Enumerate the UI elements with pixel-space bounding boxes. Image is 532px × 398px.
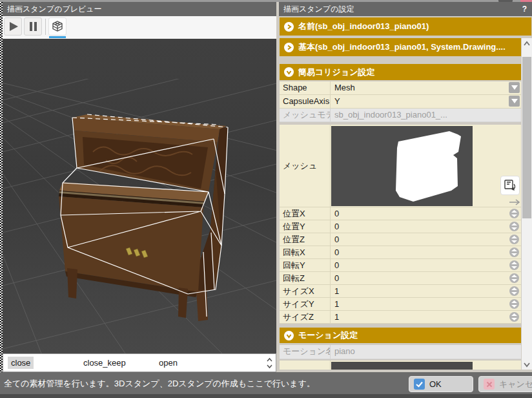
settings-panel-titlebar[interactable]: 描画スタンプの設定 ? [279, 2, 532, 16]
spinner-control[interactable] [509, 273, 519, 283]
row-capsule-axis-value[interactable]: Y [331, 95, 521, 108]
spinner-control[interactable] [509, 209, 519, 218]
expand-right-icon [284, 22, 294, 32]
settings-panel-title: 描画スタンプの設定 [283, 5, 354, 14]
spinner-control[interactable] [509, 222, 519, 231]
settings-scrollbar[interactable] [522, 38, 532, 370]
preview-panel-titlebar[interactable]: 描画スタンプのプレビュー [3, 2, 276, 16]
property-label: サイズY [280, 298, 331, 310]
row-motion-preview [280, 361, 521, 370]
spinner-arrows-icon [511, 262, 517, 269]
anim-item-close-keep[interactable]: close_keep [79, 358, 154, 368]
anim-item-open[interactable]: open [154, 358, 230, 368]
property-value-field[interactable]: 0 [331, 246, 521, 258]
anim-list-spinner[interactable] [266, 357, 273, 372]
mesh-next-arrow[interactable] [509, 196, 521, 207]
mesh-silhouette [331, 126, 473, 206]
row-mesh-model-value: sb_obj_indoor013_piano01_... [331, 109, 521, 121]
row-mesh-label: メッシュ [280, 125, 331, 207]
section-header-basic[interactable]: 基本(sb_obj_indoor013_piano01, System.Draw… [280, 38, 521, 56]
property-value-field[interactable]: 1 [331, 298, 521, 310]
property-label: 回転Y [280, 259, 331, 271]
section-header-collision[interactable]: 簡易コリジョン設定 [280, 64, 521, 80]
row-mesh: メッシュ [280, 125, 521, 207]
scrollbar-thumb[interactable] [522, 57, 531, 218]
motion-preview-canvas [331, 362, 473, 370]
viewport-3d[interactable] [3, 39, 276, 353]
property-value-field[interactable]: 1 [331, 311, 521, 323]
property-value-field[interactable]: 0 [331, 207, 521, 220]
row-mesh-model-label: メッシュモデル名 [280, 109, 331, 121]
app-window: 描画スタンプのプレビュー [0, 0, 532, 398]
preview-toolbar [3, 16, 276, 39]
collapse-down-icon [284, 331, 294, 340]
scroll-down-button[interactable] [522, 359, 532, 370]
ok-button[interactable]: OK [409, 376, 473, 392]
spinner-control[interactable] [509, 260, 519, 270]
spinner-arrows-icon [511, 236, 517, 243]
spinner-control[interactable] [509, 235, 519, 244]
play-icon [6, 19, 20, 34]
chevron-up-icon [523, 41, 531, 47]
property-label: 位置Y [280, 220, 331, 233]
spinner-arrows-icon [511, 275, 517, 282]
property-label: 位置Z [280, 233, 331, 246]
import-mesh-icon [503, 178, 517, 193]
shape-dropdown-button[interactable] [509, 82, 520, 93]
check-icon [414, 379, 425, 390]
expand-right-icon [284, 43, 294, 52]
chevron-down-icon [523, 362, 531, 368]
row-position-y: 位置Y 0 [280, 220, 521, 233]
spinner-control[interactable] [509, 299, 519, 309]
row-rotation-x: 回転X 0 [280, 246, 521, 259]
mesh-preview[interactable] [331, 126, 473, 206]
row-mesh-value [331, 125, 521, 207]
row-position-x: 位置X 0 [280, 207, 521, 220]
x-icon [484, 379, 495, 390]
animation-list: close close_keep open [3, 353, 276, 372]
capsule-axis-dropdown-button[interactable] [509, 96, 520, 107]
row-size-y: サイズY 1 [280, 298, 521, 311]
row-motion-preview-value [331, 361, 521, 370]
help-button[interactable]: ? [522, 2, 527, 16]
property-label: サイズX [280, 285, 331, 297]
anim-item-close[interactable]: close [3, 358, 79, 368]
property-value-field[interactable]: 0 [331, 259, 521, 271]
spinner-arrows-icon [511, 210, 517, 217]
property-value-field[interactable]: 1 [331, 285, 521, 297]
section-header-name[interactable]: 名前(sb_obj_indoor013_piano01) [280, 17, 531, 36]
row-motion-preview-label [280, 361, 331, 370]
row-shape: Shape Mesh [280, 81, 521, 95]
property-value-field[interactable]: 0 [331, 220, 521, 233]
mesh-import-button[interactable] [500, 176, 520, 195]
wireframe-toggle-button[interactable] [48, 17, 66, 36]
up-down-chevrons-icon [266, 357, 273, 370]
property-label: サイズZ [280, 311, 331, 323]
dropdown-arrow-icon [511, 85, 518, 90]
spinner-arrows-icon [511, 313, 517, 320]
property-value-field[interactable]: 0 [331, 233, 521, 246]
spinner-arrows-icon [511, 288, 517, 295]
row-shape-label: Shape [280, 81, 331, 94]
spinner-control[interactable] [509, 312, 519, 322]
scroll-up-button[interactable] [522, 38, 532, 48]
property-label: 位置X [280, 207, 331, 220]
row-mesh-model-name: メッシュモデル名 sb_obj_indoor013_piano01_... [280, 109, 521, 122]
play-button[interactable] [4, 17, 22, 36]
spinner-arrows-icon [511, 300, 517, 308]
row-size-x: サイズX 1 [280, 285, 521, 298]
row-capsule-axis: CapsuleAxis Y [280, 95, 521, 109]
spinner-control[interactable] [509, 247, 519, 257]
spinner-control[interactable] [509, 286, 519, 296]
section-header-motion[interactable]: モーション設定 [280, 328, 521, 343]
collapse-down-icon [284, 67, 294, 77]
pause-button[interactable] [24, 17, 42, 36]
active-tool-underline [49, 36, 66, 38]
row-motion-name-label: モーション名 [280, 345, 331, 359]
cancel-button[interactable]: キャンセル [478, 376, 532, 392]
property-value-field[interactable]: 0 [331, 272, 521, 284]
motion-preview[interactable] [331, 362, 473, 370]
row-rotation-z: 回転Z 0 [280, 272, 521, 285]
wireframe-cube-icon [51, 20, 64, 33]
row-shape-value[interactable]: Mesh [331, 81, 521, 94]
